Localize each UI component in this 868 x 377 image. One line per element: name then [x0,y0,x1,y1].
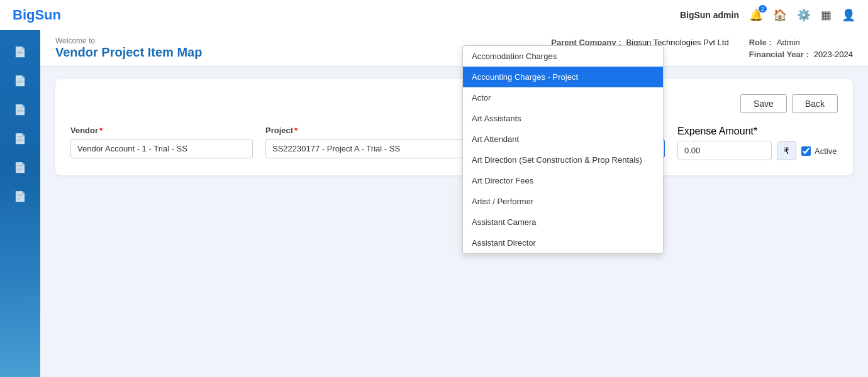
page-title: Vendor Project Item Map [55,45,202,60]
form-row: Vendor* Project* Item* [70,126,838,160]
expense-amount-input[interactable] [677,141,772,160]
financial-year-row: Financial Year : 2023-2024 [749,50,853,59]
financial-year-label: Financial Year : [749,50,809,59]
expense-input-wrapper: ₹ Active [677,141,837,160]
home-icon[interactable]: 🏠 [773,8,787,22]
user-icon[interactable]: 👤 [842,8,855,22]
save-button[interactable]: Save [740,94,787,113]
sidebar-item-4[interactable]: 📄 [8,127,33,150]
welcome-text: Welcome to [55,36,202,45]
navbar-right: BigSun admin 🔔 2 🏠 ⚙️ ▦ 👤 [680,8,855,22]
brand-logo: BigSun [13,7,61,23]
active-checkbox-group: Active [801,146,837,156]
sidebar: 📄 📄 📄 📄 📄 📄 [0,30,40,377]
project-label: Project* [265,126,467,135]
form-card: Save Back Vendor* Project [55,79,853,175]
sidebar-item-6[interactable]: 📄 [8,185,33,207]
role-label: Role : [749,38,772,47]
grid-icon[interactable]: ▦ [821,8,832,22]
main-content: Welcome to Vendor Project Item Map Paren… [40,30,868,377]
dropdown-item-1[interactable]: Accounting Charges - Project [463,67,663,87]
project-input[interactable] [265,139,467,158]
dropdown-item-5[interactable]: Art Direction (Set Construction & Prop R… [463,150,663,170]
active-label: Active [815,146,837,156]
navbar: BigSun BigSun admin 🔔 2 🏠 ⚙️ ▦ 👤 [0,0,868,30]
currency-button[interactable]: ₹ [777,141,796,160]
username-label: BigSun admin [680,10,739,20]
sidebar-item-2[interactable]: 📄 [8,69,33,92]
dropdown-item-9[interactable]: Assistant Director [463,232,663,253]
sidebar-item-3[interactable]: 📄 [8,98,33,121]
dropdown-item-7[interactable]: Artist / Performer [463,191,663,212]
dropdown-item-4[interactable]: Art Attendant [463,129,663,150]
active-checkbox[interactable] [801,146,811,156]
vendor-group: Vendor* [70,126,253,158]
vendor-input[interactable] [70,139,253,158]
settings-icon[interactable]: ⚙️ [797,8,811,22]
role-row: Role : Admin [749,38,853,47]
notification-icon[interactable]: 🔔 2 [749,8,763,22]
role-value: Admin [777,38,800,47]
back-button[interactable]: Back [792,94,838,113]
header-left: Welcome to Vendor Project Item Map [55,36,202,60]
notification-badge: 2 [759,5,767,13]
main-layout: 📄 📄 📄 📄 📄 📄 Welcome to Vendor Project It… [0,30,868,377]
sidebar-item-5[interactable]: 📄 [8,156,33,178]
dropdown-item-8[interactable]: Assistant Camera [463,212,663,232]
expense-amount-group: Expense Amount* ₹ Active [677,126,837,160]
sidebar-item-1[interactable]: 📄 [8,40,33,63]
item-dropdown: Accomodation Charges Accounting Charges … [462,67,664,254]
dropdown-item-6[interactable]: Art Director Fees [463,170,663,191]
header-bar: Welcome to Vendor Project Item Map Paren… [40,30,868,67]
content-area: Save Back Vendor* Project [40,67,868,377]
role-info: Role : Admin Financial Year : 2023-2024 [749,38,853,59]
dropdown-item-2[interactable]: Actor [463,87,663,108]
financial-year-value: 2023-2024 [814,50,853,59]
dropdown-item-3[interactable]: Art Assistants [463,108,663,129]
vendor-label: Vendor* [70,126,253,135]
toolbar: Save Back [70,94,838,113]
project-group: Project* [265,126,467,158]
expense-amount-label: Expense Amount* [677,126,837,137]
